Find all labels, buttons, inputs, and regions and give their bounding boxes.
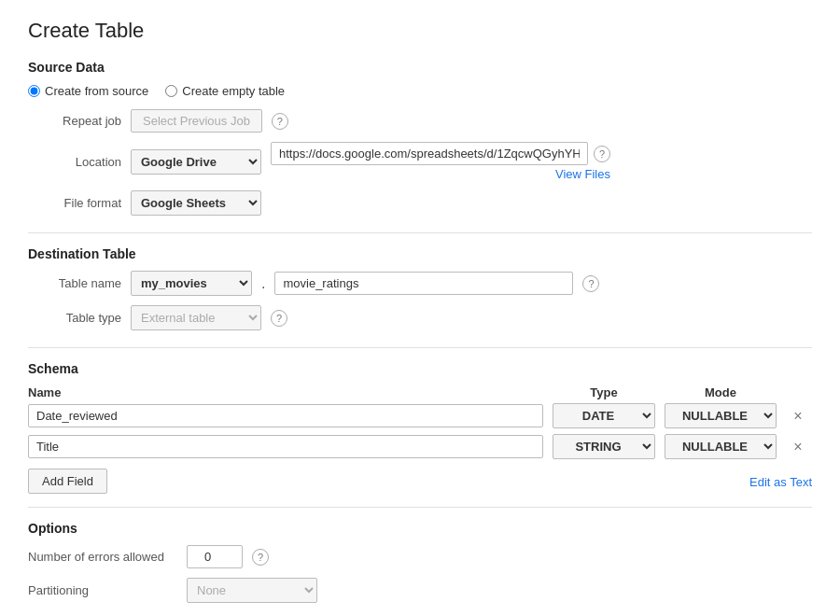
- file-format-row: File format Google Sheets CSV JSON Avro …: [28, 190, 812, 216]
- add-field-button[interactable]: Add Field: [28, 469, 107, 494]
- schema-row-1: STRING DATE INTEGER FLOAT BOOLEAN RECORD…: [28, 434, 812, 459]
- repeat-job-help-icon[interactable]: ?: [272, 113, 288, 130]
- schema-remove-1[interactable]: ×: [784, 439, 812, 455]
- repeat-job-button[interactable]: Select Previous Job: [131, 109, 262, 133]
- repeat-job-row: Repeat job Select Previous Job ?: [28, 109, 812, 133]
- schema-label: Schema: [28, 361, 812, 376]
- table-name-label: Table name: [28, 276, 121, 290]
- errors-allowed-input[interactable]: [187, 545, 243, 568]
- location-label: Location: [28, 155, 121, 169]
- table-type-row: Table type External table Native table ?: [28, 305, 812, 330]
- schema-name-input-1[interactable]: [28, 435, 543, 458]
- partitioning-label: Partitioning: [28, 583, 177, 597]
- file-format-select[interactable]: Google Sheets CSV JSON Avro Parquet ORC: [131, 190, 261, 216]
- schema-actions-row: Add Field Edit as Text: [28, 465, 812, 494]
- table-type-help-icon[interactable]: ?: [271, 310, 287, 327]
- table-type-label: Table type: [28, 311, 121, 325]
- source-data-label: Source Data: [28, 60, 812, 75]
- schema-type-select-1[interactable]: STRING DATE INTEGER FLOAT BOOLEAN RECORD…: [553, 434, 655, 459]
- schema-section: Schema Name Type Mode DATE STRING INTEGE…: [28, 361, 812, 494]
- radio-source-input[interactable]: [28, 85, 40, 97]
- errors-allowed-row: Number of errors allowed ?: [28, 545, 812, 568]
- errors-allowed-help-icon[interactable]: ?: [252, 549, 269, 566]
- radio-create-from-source[interactable]: Create from source: [28, 84, 148, 98]
- table-name-dot: .: [261, 275, 265, 292]
- edit-as-text-link[interactable]: Edit as Text: [749, 475, 812, 489]
- schema-mode-select-1[interactable]: NULLABLE REQUIRED REPEATED: [665, 434, 777, 459]
- table-type-select[interactable]: External table Native table: [131, 305, 261, 330]
- radio-create-empty-table[interactable]: Create empty table: [165, 84, 285, 98]
- schema-col-mode: Mode: [665, 385, 777, 399]
- schema-type-select-0[interactable]: DATE STRING INTEGER FLOAT BOOLEAN RECORD…: [553, 403, 655, 428]
- radio-source-label: Create from source: [45, 84, 148, 98]
- url-input[interactable]: [271, 142, 588, 165]
- schema-row-0: DATE STRING INTEGER FLOAT BOOLEAN RECORD…: [28, 403, 812, 428]
- table-name-row: Table name my_movies . ?: [28, 271, 812, 296]
- location-select[interactable]: Google Drive Google Cloud Storage Local …: [131, 149, 261, 175]
- radio-empty-label: Create empty table: [182, 84, 285, 98]
- url-group: ? View Files: [271, 142, 610, 181]
- location-row: Location Google Drive Google Cloud Stora…: [28, 142, 812, 181]
- schema-remove-0[interactable]: ×: [784, 408, 812, 425]
- table-name-help-icon[interactable]: ?: [582, 275, 599, 292]
- schema-col-type: Type: [553, 385, 655, 399]
- url-help-icon[interactable]: ?: [594, 146, 610, 162]
- partitioning-row: Partitioning None Day: [28, 578, 812, 603]
- options-section: Options Number of errors allowed ? Parti…: [28, 521, 812, 603]
- file-format-label: File format: [28, 196, 121, 210]
- source-data-section: Source Data Create from source Create em…: [28, 60, 812, 216]
- radio-empty-input[interactable]: [165, 85, 177, 97]
- partitioning-select[interactable]: None Day: [187, 578, 317, 603]
- schema-col-name: Name: [28, 385, 543, 399]
- source-type-radio-group: Create from source Create empty table: [28, 84, 812, 98]
- errors-allowed-label: Number of errors allowed: [28, 550, 177, 564]
- table-name-input[interactable]: [274, 272, 573, 295]
- dataset-select[interactable]: my_movies: [131, 271, 252, 296]
- options-label: Options: [28, 521, 812, 536]
- destination-table-section: Destination Table Table name my_movies .…: [28, 246, 812, 330]
- schema-name-input-0[interactable]: [28, 404, 543, 427]
- repeat-job-label: Repeat job: [28, 114, 121, 128]
- view-files-link[interactable]: View Files: [555, 167, 610, 181]
- destination-table-label: Destination Table: [28, 246, 812, 261]
- schema-mode-select-0[interactable]: NULLABLE REQUIRED REPEATED: [665, 403, 777, 428]
- page-title: Create Table: [28, 19, 812, 43]
- schema-header: Name Type Mode: [28, 385, 812, 399]
